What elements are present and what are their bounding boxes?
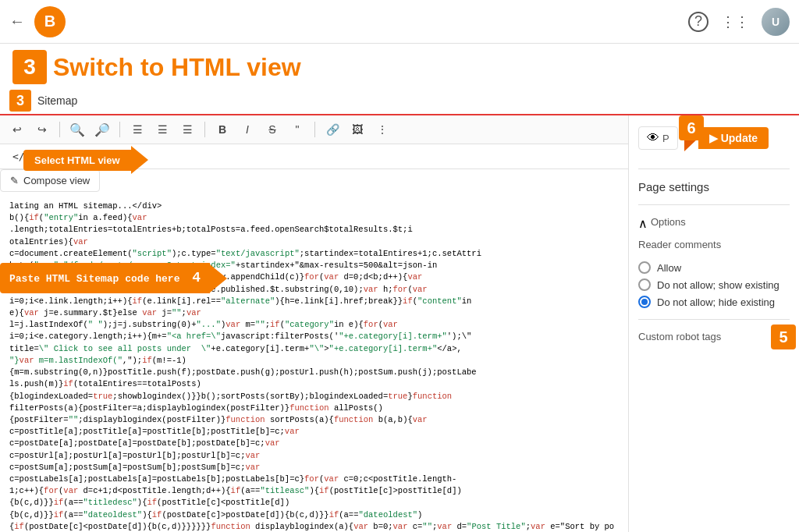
- align-right-button[interactable]: ☰: [176, 119, 198, 140]
- reader-comments-label: Reader comments: [638, 239, 790, 250]
- page-settings-title: Page settings: [638, 180, 790, 193]
- code-editor[interactable]: Paste HTML Sitemap code here 4 lating an…: [0, 194, 628, 532]
- italic-button[interactable]: I: [236, 119, 258, 140]
- html-callout: Select HTML view: [23, 146, 148, 174]
- more-button[interactable]: ⋮: [371, 119, 393, 140]
- sidebar-divider-1: [638, 168, 790, 169]
- callout-arrow-right: [131, 146, 148, 174]
- banner-title: Switch to HTML view: [53, 53, 301, 82]
- undo-button[interactable]: ↩: [6, 119, 28, 140]
- html-view-banner: 3 Switch to HTML view: [0, 44, 799, 87]
- send-icon: ▶: [709, 132, 718, 144]
- grid-icon[interactable]: ⋮⋮: [721, 13, 749, 30]
- allow-label: Allow: [657, 262, 681, 274]
- top-bar: ← B ? ⋮⋮ U: [0, 0, 799, 44]
- do-not-allow-existing-label: Do not allow; show existing: [657, 279, 779, 291]
- strikethrough-button[interactable]: S: [261, 119, 283, 140]
- toolbar-separator-2: [119, 122, 120, 137]
- editor-toolbar: ↩ ↪ 🔍 🔎 ☰ ☰ ☰ B I S " 🔗 🖼 ⋮: [0, 115, 628, 144]
- quote-button[interactable]: ": [286, 119, 308, 140]
- align-center-button[interactable]: ☰: [151, 119, 173, 140]
- compose-view-icon: ✎: [10, 175, 19, 186]
- banner-step-number: 3: [12, 50, 47, 84]
- compose-view-label: Compose view: [23, 175, 90, 186]
- do-not-allow-hide-label: Do not allow; hide existing: [657, 296, 775, 308]
- paste-step-number: 4: [192, 270, 201, 286]
- redo-button[interactable]: ↪: [31, 119, 53, 140]
- top-bar-right: ? ⋮⋮ U: [688, 8, 790, 36]
- view-switcher: </> HTML view ▾ Select HTML view ✎ Compo…: [0, 144, 628, 169]
- publish-area: 👁 P ▶ Update 6: [638, 125, 790, 151]
- sidebar-divider-2: [638, 204, 790, 205]
- step-6-badge: 6: [679, 115, 704, 140]
- toolbar-separator-1: [59, 122, 60, 137]
- update-button[interactable]: ▶ Update: [698, 127, 769, 149]
- allow-radio-circle: [638, 261, 651, 274]
- allow-radio[interactable]: Allow: [638, 261, 790, 274]
- options-label: Options: [651, 216, 686, 228]
- update-label: Update: [721, 132, 758, 144]
- preview-label: P: [662, 133, 669, 144]
- paste-callout-arrow: [210, 264, 227, 293]
- do-not-allow-hide-circle: [638, 296, 651, 308]
- preview-button[interactable]: 👁 P: [638, 126, 678, 150]
- eye-icon: 👁: [647, 131, 659, 145]
- do-not-allow-existing-circle: [638, 278, 651, 291]
- options-header[interactable]: ∧ Options: [638, 216, 790, 231]
- code-content: lating an HTML sitemap...</div>b(){if("e…: [9, 200, 619, 532]
- search-button[interactable]: 🔍: [66, 119, 88, 140]
- post-title: Sitemap: [37, 94, 77, 107]
- bold-button[interactable]: B: [211, 119, 233, 140]
- toolbar-separator-4: [314, 122, 315, 137]
- chevron-up-icon: ∧: [638, 216, 648, 231]
- blogger-logo: B: [34, 6, 66, 37]
- editor-area: ↩ ↪ 🔍 🔎 ☰ ☰ ☰ B I S " 🔗 🖼 ⋮ </> HTML vie…: [0, 115, 629, 532]
- zoom-button[interactable]: 🔎: [91, 119, 113, 140]
- align-left-button[interactable]: ☰: [126, 119, 148, 140]
- do-not-allow-hide-radio[interactable]: Do not allow; hide existing: [638, 296, 790, 308]
- avatar[interactable]: U: [762, 8, 790, 36]
- post-bar: 3 Sitemap: [0, 87, 799, 115]
- post-step-number: 3: [9, 90, 31, 112]
- do-not-allow-existing-radio[interactable]: Do not allow; show existing: [638, 278, 790, 291]
- radio-group-comments: Allow Do not allow; show existing Do not…: [638, 261, 790, 308]
- link-button[interactable]: 🔗: [321, 119, 343, 140]
- image-button[interactable]: 🖼: [346, 119, 368, 140]
- custom-robot-tags-row: Custom robot tags 5: [638, 331, 790, 342]
- right-sidebar: 👁 P ▶ Update 6 Page settings ∧ Options R…: [629, 115, 799, 532]
- back-icon[interactable]: ←: [9, 12, 25, 30]
- paste-callout-label: Paste HTML Sitemap code here 4: [0, 263, 210, 293]
- help-icon[interactable]: ?: [688, 12, 708, 32]
- custom-robot-tags-label[interactable]: Custom robot tags: [638, 331, 721, 342]
- main-layout: ↩ ↪ 🔍 🔎 ☰ ☰ ☰ B I S " 🔗 🖼 ⋮ </> HTML vie…: [0, 115, 799, 532]
- step-5-badge: 5: [771, 325, 796, 349]
- toolbar-separator-3: [204, 122, 205, 137]
- select-html-view-label: Select HTML view: [23, 150, 131, 171]
- top-bar-left: ← B: [9, 6, 66, 37]
- sidebar-divider-3: [638, 319, 790, 320]
- paste-callout: Paste HTML Sitemap code here 4: [0, 263, 227, 293]
